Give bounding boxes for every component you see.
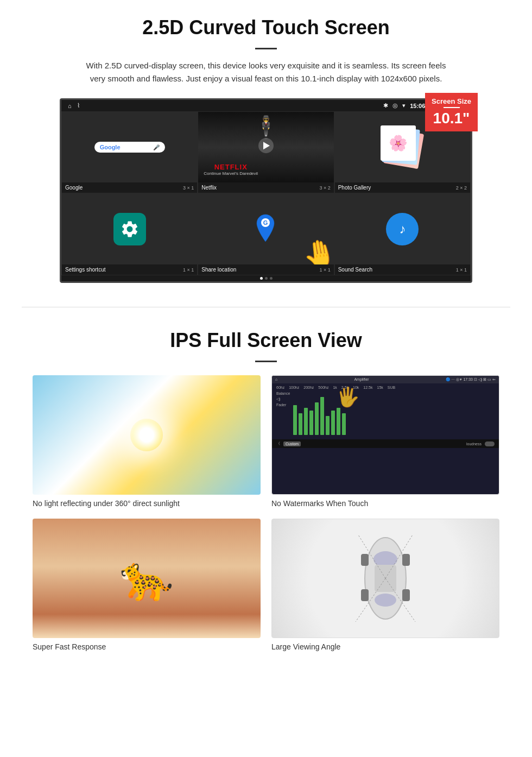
bluetooth-icon: ✱ xyxy=(383,102,388,109)
device-screen: ⌂ ⌇ ✱ ◎ ▾ 15:06 ⊡ ◁) ⊠ ▭ xyxy=(60,98,472,283)
app-cell-netflix[interactable]: 🕴 NETFLIX Continue Marvel's Daredevil Ne… xyxy=(198,111,334,193)
play-button[interactable] xyxy=(258,138,274,153)
netflix-subtitle: Continue Marvel's Daredevil xyxy=(204,171,258,176)
app-cell-share[interactable]: G 🤚 Share location 1 × 1 xyxy=(198,193,334,275)
amp-controls: Balance ◁) Fader xyxy=(272,392,499,439)
status-time: 15:06 xyxy=(410,103,425,109)
app-grid-row1: Google 🎤 Google 3 × 1 🕴 xyxy=(61,111,471,193)
sunlight-image xyxy=(33,375,261,495)
badge-size: 10.1" xyxy=(432,110,471,127)
cheetah-image: 🐆 xyxy=(33,519,261,638)
dot-1 xyxy=(260,277,263,280)
section-ips: IPS Full Screen View No light reflecting… xyxy=(0,318,532,667)
touch-hand: 🖐 xyxy=(336,386,360,408)
section-curved-touch: 2.5D Curved Touch Screen With 2.5D curve… xyxy=(0,0,532,296)
amp-home-icon: ⌂ xyxy=(275,377,277,382)
app-cell-settings[interactable]: Settings shortcut 1 × 1 xyxy=(61,193,198,275)
sunlight-label: No light reflecting under 360° direct su… xyxy=(33,499,261,508)
netflix-overlay: NETFLIX Continue Marvel's Daredevil xyxy=(204,163,258,176)
section1-underline xyxy=(255,48,277,49)
badge-title: Screen Size xyxy=(432,97,471,105)
google-mic-icon: 🎤 xyxy=(153,144,160,150)
amp-title: Amplifier xyxy=(354,377,369,382)
svg-point-4 xyxy=(375,594,396,607)
amp-top-bar: ⌂ Amplifier 🔵 ··· ◎ ▾ 17:33 ⊡ ◁) ⊠ ▭ ⇐ xyxy=(272,376,499,383)
status-bar: ⌂ ⌇ ✱ ◎ ▾ 15:06 ⊡ ◁) ⊠ ▭ xyxy=(61,100,471,111)
share-cell-inner: G 🤚 xyxy=(198,194,333,264)
scroll-dots xyxy=(61,275,471,281)
maps-svg: G xyxy=(254,213,278,243)
photo-card-1: 🌸 xyxy=(381,125,416,161)
music-icon-bg: ♪ xyxy=(386,213,419,245)
google-text: Google xyxy=(100,144,121,150)
usb-icon: ⌇ xyxy=(77,102,80,109)
app-cell-sound[interactable]: ♪ Sound Search 1 × 1 xyxy=(334,193,471,275)
sound-app-name: Sound Search xyxy=(338,267,372,273)
share-label-row: Share location 1 × 1 xyxy=(198,264,333,275)
music-note-icon: ♪ xyxy=(399,222,406,237)
wifi-icon: ▾ xyxy=(402,102,406,109)
section2-title: IPS Full Screen View xyxy=(33,329,499,352)
sound-size: 1 × 1 xyxy=(456,267,467,273)
photo-stack: 🌸 xyxy=(378,123,427,172)
speed-label: Super Fast Response xyxy=(33,642,261,651)
amp-status: 🔵 ··· ◎ ▾ 17:33 ⊡ ◁) ⊠ ▭ ⇐ xyxy=(446,377,496,382)
section1-description: With 2.5D curved-display screen, this de… xyxy=(81,59,451,85)
settings-label-row: Settings shortcut 1 × 1 xyxy=(62,264,197,275)
sound-label-row: Sound Search 1 × 1 xyxy=(335,264,470,275)
feature-angle: Large Viewing Angle xyxy=(271,519,499,651)
badge-underline xyxy=(444,107,460,108)
status-bar-left: ⌂ ⌇ xyxy=(68,102,80,109)
cheetah-emoji: 🐆 xyxy=(119,553,174,604)
app-cell-google[interactable]: Google 🎤 Google 3 × 1 xyxy=(61,111,198,193)
svg-rect-9 xyxy=(402,589,410,601)
settings-icon-bg xyxy=(113,213,146,245)
netflix-label-row: Netflix 3 × 2 xyxy=(198,182,333,193)
dot-3 xyxy=(270,277,273,280)
svg-rect-7 xyxy=(402,554,410,566)
google-maps-icon: G xyxy=(254,213,278,245)
amplifier-image: ⌂ Amplifier 🔵 ··· ◎ ▾ 17:33 ⊡ ◁) ⊠ ▭ ⇐ 6… xyxy=(271,375,499,495)
section-divider xyxy=(22,307,510,307)
screen-size-badge: Screen Size 10.1" xyxy=(425,93,478,131)
gear-icon xyxy=(120,219,140,239)
netflix-size: 3 × 2 xyxy=(319,185,330,191)
home-icon: ⌂ xyxy=(68,103,72,109)
google-cell-inner: Google 🎤 xyxy=(62,112,197,182)
svg-text:G: G xyxy=(263,219,268,226)
watermark-label: No Watermarks When Touch xyxy=(271,499,499,508)
car-top-image xyxy=(271,519,499,638)
svg-rect-8 xyxy=(361,589,369,601)
app-grid-row2: Settings shortcut 1 × 1 G xyxy=(61,193,471,275)
netflix-logo: NETFLIX xyxy=(204,163,258,171)
gallery-size: 2 × 2 xyxy=(456,185,467,191)
google-size: 3 × 1 xyxy=(183,185,194,191)
google-search-bar[interactable]: Google 🎤 xyxy=(94,142,165,153)
share-size: 1 × 1 xyxy=(319,267,330,273)
google-label-row: Google 3 × 1 xyxy=(62,182,197,193)
hand-pointer-icon: 🤚 xyxy=(300,236,334,264)
netflix-app-name: Netflix xyxy=(201,185,217,191)
sound-cell-inner: ♪ xyxy=(335,194,470,264)
share-app-name: Share location xyxy=(201,267,236,273)
amp-bottom-bar: 《 Custom loudness xyxy=(272,439,499,448)
feature-watermark: ⌂ Amplifier 🔵 ··· ◎ ▾ 17:33 ⊡ ◁) ⊠ ▭ ⇐ 6… xyxy=(271,375,499,508)
feature-grid: No light reflecting under 360° direct su… xyxy=(33,375,499,651)
device-wrapper: Screen Size 10.1" ⌂ ⌇ ✱ ◎ ▾ 15:06 ⊡ ◁) ⊠ xyxy=(60,98,472,283)
netflix-cell-inner: 🕴 NETFLIX Continue Marvel's Daredevil xyxy=(198,112,333,182)
car-top-svg xyxy=(353,529,418,627)
google-app-name: Google xyxy=(65,185,83,191)
feature-sunlight: No light reflecting under 360° direct su… xyxy=(33,375,261,508)
dot-2 xyxy=(265,277,268,280)
settings-size: 1 × 1 xyxy=(183,267,194,273)
amp-freq-labels: 60hz100hz200hz500hz1k2.5k10k12.5k15kSUB xyxy=(272,383,499,392)
angle-label: Large Viewing Angle xyxy=(271,642,499,651)
netflix-figure: 🕴 xyxy=(252,115,280,140)
feature-speed: 🐆 Super Fast Response xyxy=(33,519,261,651)
gallery-label-row: Photo Gallery 2 × 2 xyxy=(335,182,470,193)
settings-cell-inner xyxy=(62,194,197,264)
section2-underline xyxy=(255,361,277,362)
location-icon: ◎ xyxy=(392,102,398,109)
settings-app-name: Settings shortcut xyxy=(65,267,105,273)
gallery-app-name: Photo Gallery xyxy=(338,185,371,191)
